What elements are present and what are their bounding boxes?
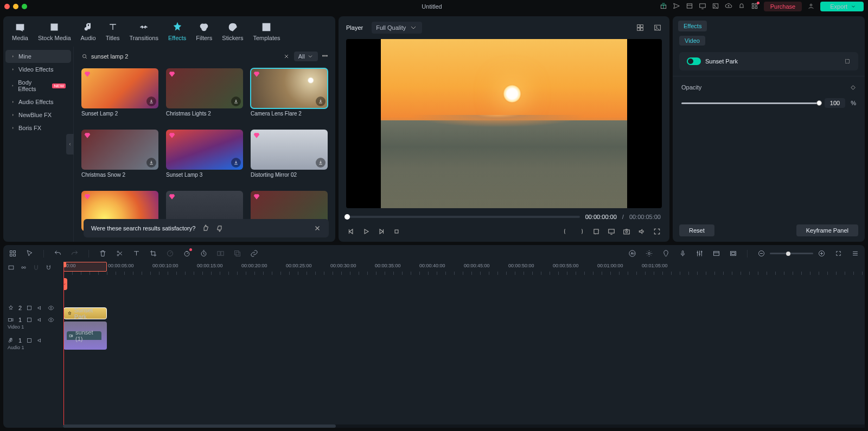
mark-out-icon[interactable] (577, 228, 585, 235)
effect-card[interactable]: Distorting Mirror 02 (251, 130, 328, 184)
export-button[interactable]: Export (820, 2, 864, 11)
collapse-icon[interactable] (26, 305, 33, 311)
voiceover-icon[interactable] (679, 249, 687, 258)
minimize-dot[interactable] (13, 4, 18, 9)
timeline-options-icon[interactable] (851, 249, 859, 258)
effect-card[interactable]: Christmas Snow 2 (81, 130, 158, 184)
maximize-dot[interactable] (22, 4, 27, 9)
timeline-tracks[interactable]: 00:0000:00:05:0000:00:10:0000:00:15:0000… (63, 262, 865, 425)
effect-card[interactable]: Sunset Lamp 3 (166, 130, 243, 184)
thumbs-down-icon[interactable] (216, 224, 224, 232)
keyframe-panel-button[interactable]: Keyframe Panel (796, 224, 858, 236)
subtab-video[interactable]: Video (679, 36, 705, 46)
cursor-icon[interactable] (25, 249, 34, 258)
clear-search-icon[interactable] (283, 53, 290, 60)
apps-icon[interactable] (751, 2, 758, 11)
collapse-icon[interactable] (26, 337, 33, 344)
overview-viewport[interactable] (63, 424, 336, 428)
layout-icon[interactable] (686, 2, 693, 11)
auto-ripple-icon[interactable] (8, 264, 15, 271)
effect-menu-icon[interactable] (844, 58, 851, 65)
scrub-handle[interactable] (344, 214, 350, 220)
duplicate-icon[interactable] (233, 249, 241, 258)
scrub-track[interactable] (347, 216, 580, 218)
user-icon[interactable] (807, 2, 815, 11)
eye-icon[interactable] (48, 305, 54, 311)
crop-icon[interactable] (149, 249, 157, 258)
tab-filters[interactable]: Filters (196, 22, 212, 41)
download-icon[interactable] (316, 97, 326, 106)
eye-icon[interactable] (48, 317, 54, 323)
delete-icon[interactable] (99, 249, 107, 258)
tab-media[interactable]: Media (12, 22, 28, 41)
fit-zoom-icon[interactable] (834, 249, 843, 258)
effect-card[interactable]: Christmas Lights 2 (166, 68, 243, 123)
close-dot[interactable] (4, 4, 10, 9)
tab-stickers[interactable]: Stickers (222, 22, 243, 41)
clip-video-sunset[interactable]: sunset (1) (63, 321, 107, 350)
next-frame-icon[interactable] (378, 228, 385, 235)
tab-titles[interactable]: Titles (106, 22, 120, 41)
clip-fx-sunset-park[interactable]: Sunset Park (63, 307, 107, 319)
quality-dropdown[interactable]: Full Quality (372, 22, 422, 34)
playhead[interactable] (63, 262, 64, 425)
sidebar-item-body-effects[interactable]: Body EffectsNEW (5, 76, 71, 95)
tab-effects[interactable]: Effects (678, 21, 707, 31)
monitor-icon[interactable] (699, 2, 706, 11)
sidebar-item-audio-effects[interactable]: Audio Effects (5, 95, 71, 108)
snapshot-icon[interactable] (623, 228, 630, 235)
prev-frame-icon[interactable] (347, 228, 355, 235)
volume-icon[interactable] (638, 228, 646, 235)
close-feedback-icon[interactable] (314, 224, 321, 232)
speed-ramp-icon[interactable] (183, 249, 191, 258)
download-icon[interactable] (231, 97, 241, 106)
zoom-out-icon[interactable] (757, 249, 765, 258)
more-options-icon[interactable] (321, 52, 329, 61)
marker-icon[interactable] (662, 249, 670, 258)
mark-in-icon[interactable] (562, 228, 570, 235)
preview-stage[interactable] (346, 39, 662, 208)
tab-effects[interactable]: Effects (168, 22, 186, 41)
stop-icon[interactable] (393, 228, 400, 235)
effect-card[interactable]: Camera Lens Flare 2 (251, 68, 328, 123)
collapse-icon[interactable] (26, 317, 33, 323)
zoom-in-icon[interactable] (818, 249, 826, 258)
crop-dropdown-icon[interactable] (592, 228, 600, 235)
sidebar-item-video-effects[interactable]: Video Effects (5, 63, 71, 76)
keyframe-diamond-icon[interactable] (850, 85, 856, 91)
thumbs-up-icon[interactable] (202, 224, 209, 232)
snapshot-view-icon[interactable] (653, 23, 662, 32)
search-scope-dropdown[interactable]: All (294, 52, 318, 61)
download-icon[interactable] (231, 158, 241, 168)
reset-button[interactable]: Reset (679, 224, 714, 236)
ai-badge-icon[interactable] (628, 249, 636, 258)
tab-transitions[interactable]: Transitions (130, 22, 158, 41)
undo-icon[interactable] (54, 249, 62, 258)
window-controls[interactable] (4, 4, 27, 9)
magnet-icon[interactable] (45, 264, 52, 271)
download-icon[interactable] (146, 97, 156, 106)
search-input-wrap[interactable] (80, 51, 291, 62)
tab-stock-media[interactable]: Stock Media (38, 22, 71, 41)
link-icon[interactable] (250, 249, 258, 258)
timeline-overview[interactable] (63, 424, 865, 428)
purchase-button[interactable]: Purchase (764, 2, 802, 11)
search-input[interactable] (91, 53, 280, 60)
render-icon[interactable] (712, 249, 720, 258)
grid-view-icon[interactable] (636, 23, 644, 32)
cloud-upload-icon[interactable] (725, 2, 732, 11)
opacity-slider-handle[interactable] (816, 100, 822, 106)
speed-presets-icon[interactable] (166, 249, 174, 258)
zoom-slider[interactable] (770, 253, 813, 254)
app-grid-icon[interactable] (9, 249, 17, 258)
send-icon[interactable] (673, 2, 680, 11)
tab-audio[interactable]: Audio (81, 22, 96, 41)
snap-icon[interactable] (33, 264, 40, 271)
effect-card[interactable]: Sunset Lamp 2 (81, 68, 158, 123)
color-icon[interactable] (645, 249, 653, 258)
bell-icon[interactable] (738, 2, 745, 11)
effect-toggle[interactable] (687, 57, 701, 65)
zoom-handle[interactable] (786, 252, 790, 256)
mute-fx-icon[interactable] (37, 305, 43, 311)
sidebar-item-boris-fx[interactable]: Boris FX (5, 121, 71, 134)
